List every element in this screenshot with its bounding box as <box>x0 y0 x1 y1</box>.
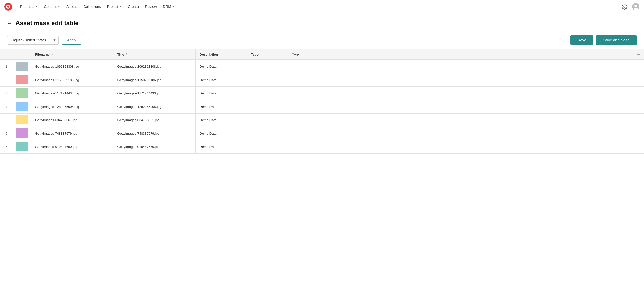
svg-point-5 <box>634 5 637 7</box>
cell-thumbnail <box>13 73 31 87</box>
drm-chevron-icon: ▼ <box>172 5 175 8</box>
cell-description: Demo Data <box>195 140 247 154</box>
cell-tags <box>288 114 644 127</box>
cell-row-number: 4 <box>0 100 13 114</box>
language-select-wrapper: English (United States) ▼ <box>7 36 59 45</box>
cell-title: GettyImages-748337679.jpg <box>113 127 195 140</box>
cell-title: GettyImages-1150299186.jpg <box>113 73 195 87</box>
th-filename[interactable]: Filename ↑ <box>31 49 113 60</box>
language-select[interactable]: English (United States) <box>7 36 59 45</box>
cell-title: GettyImages-1282255905.jpg <box>113 100 195 114</box>
apply-button[interactable]: Apply <box>62 36 81 45</box>
svg-point-2 <box>7 6 9 8</box>
page-title: Asset mass edit table <box>15 20 78 27</box>
table-row: 6GettyImages-748337679.jpgGettyImages-74… <box>0 127 644 140</box>
th-type: Type <box>247 49 288 60</box>
cell-row-number: 5 <box>0 114 13 127</box>
cell-type <box>247 60 288 73</box>
app-logo[interactable] <box>4 3 12 11</box>
cell-thumbnail <box>13 140 31 154</box>
table-row: 1GettyImages-1092323308.jpgGettyImages-1… <box>0 60 644 73</box>
cell-description: Demo Data <box>195 60 247 73</box>
nav-menu: Products ▼ Content ▼ Assets Collections … <box>17 3 620 10</box>
toolbar-right: Save Save and close <box>570 35 637 45</box>
cell-row-number: 3 <box>0 87 13 100</box>
th-description: Description <box>195 49 247 60</box>
cell-title: GettyImages-1171714433.jpg <box>113 87 195 100</box>
cell-description: Demo Data <box>195 87 247 100</box>
cell-thumbnail <box>13 60 31 73</box>
back-button[interactable]: ← <box>7 20 12 26</box>
nav-item-content[interactable]: Content ▼ <box>41 3 63 10</box>
cell-tags <box>288 87 644 100</box>
project-chevron-icon: ▼ <box>119 5 122 8</box>
cell-description: Demo Data <box>195 100 247 114</box>
svg-point-3 <box>624 6 625 7</box>
nav-right <box>620 3 640 11</box>
cell-filename: GettyImages-634758361.jpg <box>31 114 113 127</box>
cell-thumbnail <box>13 100 31 114</box>
nav-item-create[interactable]: Create <box>125 3 141 10</box>
cell-row-number: 6 <box>0 127 13 140</box>
save-button[interactable]: Save <box>570 35 593 45</box>
cell-tags <box>288 73 644 87</box>
table-row: 2GettyImages-1150299186.jpgGettyImages-1… <box>0 73 644 87</box>
cell-description: Demo Data <box>195 114 247 127</box>
cell-row-number: 2 <box>0 73 13 87</box>
th-title: Title * <box>113 49 195 60</box>
cell-tags <box>288 100 644 114</box>
cell-thumbnail <box>13 127 31 140</box>
th-checkbox <box>0 49 13 60</box>
tags-more-icon[interactable]: ··· <box>637 52 640 56</box>
title-required-indicator: * <box>126 53 127 56</box>
navbar: Products ▼ Content ▼ Assets Collections … <box>0 0 644 13</box>
toolbar: English (United States) ▼ Apply Save Sav… <box>0 31 644 49</box>
nav-item-drm[interactable]: DRM ▼ <box>160 3 177 10</box>
cell-title: GettyImages-1092323308.jpg <box>113 60 195 73</box>
save-and-close-button[interactable]: Save and close <box>596 35 637 45</box>
cell-type <box>247 73 288 87</box>
cell-thumbnail <box>13 87 31 100</box>
cell-filename: GettyImages-919447650.jpg <box>31 140 113 154</box>
cell-filename: GettyImages-1171714433.jpg <box>31 87 113 100</box>
cell-filename: GettyImages-1282255905.jpg <box>31 100 113 114</box>
th-tags: Tags ··· <box>288 49 644 60</box>
table-row: 5GettyImages-634758361.jpgGettyImages-63… <box>0 114 644 127</box>
cell-type <box>247 100 288 114</box>
cell-row-number: 1 <box>0 60 13 73</box>
nav-item-products[interactable]: Products ▼ <box>17 3 40 10</box>
cell-filename: GettyImages-748337679.jpg <box>31 127 113 140</box>
cell-row-number: 7 <box>0 140 13 154</box>
cell-filename: GettyImages-1092323308.jpg <box>31 60 113 73</box>
content-chevron-icon: ▼ <box>58 5 60 8</box>
filename-sort-icon: ↑ <box>51 53 53 56</box>
nav-item-project[interactable]: Project ▼ <box>105 3 124 10</box>
products-chevron-icon: ▼ <box>35 5 38 8</box>
nav-item-assets[interactable]: Assets <box>64 3 80 10</box>
cell-type <box>247 140 288 154</box>
cell-type <box>247 127 288 140</box>
table-row: 3GettyImages-1171714433.jpgGettyImages-1… <box>0 87 644 100</box>
cell-type <box>247 87 288 100</box>
asset-table: Filename ↑ Title * Description Type Tags… <box>0 49 644 154</box>
settings-button[interactable] <box>620 3 629 11</box>
asset-table-wrapper: Filename ↑ Title * Description Type Tags… <box>0 49 644 154</box>
nav-item-collections[interactable]: Collections <box>81 3 103 10</box>
cell-tags <box>288 60 644 73</box>
cell-description: Demo Data <box>195 73 247 87</box>
table-header-row: Filename ↑ Title * Description Type Tags… <box>0 49 644 60</box>
th-thumbnail <box>13 49 31 60</box>
cell-type <box>247 114 288 127</box>
table-row: 4GettyImages-1282255905.jpgGettyImages-1… <box>0 100 644 114</box>
cell-tags <box>288 127 644 140</box>
table-row: 7GettyImages-919447650.jpgGettyImages-91… <box>0 140 644 154</box>
nav-item-review[interactable]: Review <box>142 3 159 10</box>
cell-description: Demo Data <box>195 127 247 140</box>
cell-title: GettyImages-919447650.jpg <box>113 140 195 154</box>
cell-filename: GettyImages-1150299186.jpg <box>31 73 113 87</box>
cell-thumbnail <box>13 114 31 127</box>
cell-tags <box>288 140 644 154</box>
page-header: ← Asset mass edit table <box>0 13 644 31</box>
cell-title: GettyImages-634758361.jpg <box>113 114 195 127</box>
user-avatar[interactable] <box>632 3 640 11</box>
